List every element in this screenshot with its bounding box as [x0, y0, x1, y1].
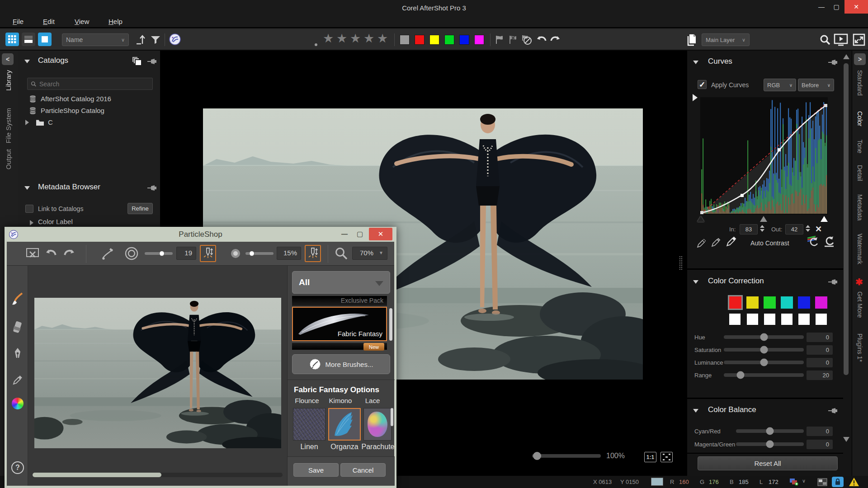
- pin-icon[interactable]: [146, 57, 157, 66]
- cyan-red-handle[interactable]: [766, 427, 774, 435]
- tab-get-more[interactable]: Get More: [856, 291, 863, 318]
- brush-settings-icon[interactable]: [99, 245, 116, 262]
- hue-handle[interactable]: [760, 333, 768, 341]
- opacity-handle[interactable]: [249, 251, 255, 256]
- collapse-left-panel-button[interactable]: <: [2, 53, 14, 65]
- option-parachute[interactable]: Parachute: [361, 443, 395, 451]
- label-swatch-magenta[interactable]: [474, 35, 484, 45]
- cc-swatch-white[interactable]: [764, 314, 775, 325]
- brush-list-scrollbar[interactable]: [389, 308, 392, 341]
- scroll-down-arrow[interactable]: [843, 437, 849, 442]
- slideshow-button[interactable]: [833, 33, 849, 47]
- label-swatch-green[interactable]: [444, 35, 454, 45]
- flag-clear-button[interactable]: [521, 34, 533, 46]
- search-button[interactable]: [818, 33, 832, 47]
- filter-button[interactable]: [149, 33, 162, 46]
- parachute-thumb[interactable]: [363, 408, 392, 441]
- tab-detail[interactable]: Detail: [856, 165, 863, 181]
- viewer-zoom-handle[interactable]: [533, 452, 541, 460]
- option-organza[interactable]: Organza: [326, 443, 363, 451]
- color-profile-button[interactable]: [788, 477, 799, 486]
- opacity-pen-pressure-toggle[interactable]: [305, 245, 321, 262]
- panel-scrollbar-thumb[interactable]: [844, 63, 849, 375]
- save-button[interactable]: Save: [293, 463, 339, 477]
- range-slider[interactable]: [724, 373, 804, 377]
- expand-triangle-icon[interactable]: [30, 220, 33, 225]
- sort-direction-button[interactable]: [133, 33, 147, 47]
- color-wheel-tool[interactable]: [12, 398, 24, 409]
- eyedropper-tool[interactable]: [10, 371, 25, 388]
- no-rating-dot[interactable]: [315, 43, 317, 46]
- gray-point-marker[interactable]: [760, 216, 767, 222]
- warning-icon[interactable]: [848, 477, 860, 487]
- maximize-button[interactable]: ▢: [830, 0, 843, 14]
- menu-help[interactable]: Help: [108, 18, 123, 25]
- color-label-item[interactable]: Color Label: [38, 218, 73, 225]
- single-view-button[interactable]: [38, 33, 52, 46]
- organza-thumb-selected[interactable]: [328, 408, 361, 441]
- pin-icon[interactable]: [827, 277, 838, 286]
- brush-item-partial[interactable]: Exclusive Pack: [292, 296, 387, 306]
- tab-file-system[interactable]: File System: [5, 108, 12, 143]
- tab-watermark[interactable]: Watermark: [856, 234, 863, 264]
- black-eyedropper[interactable]: [695, 237, 708, 249]
- dialog-minimize-button[interactable]: —: [338, 228, 351, 240]
- cc-swatch-green[interactable]: [764, 296, 776, 309]
- thumbnail-view-button[interactable]: [5, 33, 19, 46]
- magenta-green-handle[interactable]: [766, 441, 774, 448]
- saturation-handle[interactable]: [760, 346, 768, 354]
- reset-all-button[interactable]: Reset All: [698, 456, 838, 470]
- opacity-slider[interactable]: [245, 252, 274, 255]
- delete-point-icon[interactable]: ✕: [815, 224, 822, 234]
- proof-view-button[interactable]: [816, 477, 828, 487]
- eraser-tool[interactable]: [10, 319, 25, 335]
- more-brushes-button[interactable]: More Brushes...: [292, 354, 390, 374]
- curves-channel-dropdown[interactable]: RGB∨: [764, 79, 796, 91]
- chevron-down-icon[interactable]: ∨: [802, 478, 806, 484]
- cancel-button[interactable]: Cancel: [340, 463, 386, 477]
- brush-item-partial[interactable]: New: [292, 343, 387, 350]
- catalog-item[interactable]: C: [48, 118, 53, 126]
- dialog-canvas[interactable]: [28, 266, 287, 486]
- undo-button[interactable]: [535, 33, 548, 46]
- brush-category-dropdown[interactable]: All: [292, 271, 390, 294]
- star-icon[interactable]: ★: [323, 32, 334, 45]
- brush-size-value[interactable]: 19: [176, 247, 196, 260]
- cc-swatch-white[interactable]: [729, 314, 741, 325]
- option-linen[interactable]: Linen: [291, 443, 327, 451]
- range-handle[interactable]: [737, 371, 745, 379]
- label-swatch-blue[interactable]: [459, 35, 469, 45]
- menu-file[interactable]: File: [13, 18, 24, 25]
- collapse-triangle-icon[interactable]: [693, 61, 698, 64]
- out-value[interactable]: 42: [785, 224, 803, 235]
- star-icon[interactable]: ★: [336, 32, 347, 45]
- filmstrip-view-button[interactable]: [22, 33, 35, 46]
- option-flounce[interactable]: Flounce: [291, 397, 323, 404]
- reset-rgb-curve-button[interactable]: [806, 235, 820, 249]
- star-icon[interactable]: ★: [350, 32, 361, 45]
- saturation-slider[interactable]: [724, 348, 804, 352]
- out-stepper[interactable]: [806, 225, 810, 232]
- opacity-value[interactable]: 15%: [277, 247, 301, 260]
- menu-edit[interactable]: Edit: [43, 18, 55, 25]
- collapse-triangle-icon[interactable]: [693, 280, 698, 284]
- size-pen-pressure-toggle[interactable]: [200, 245, 216, 262]
- brush-tool[interactable]: [10, 291, 25, 307]
- menu-view[interactable]: View: [75, 18, 89, 25]
- dialog-redo-button[interactable]: [62, 246, 76, 261]
- viewer-zoom-slider[interactable]: [532, 454, 601, 458]
- brush-item-selected[interactable]: Fabric Fantasy: [292, 307, 387, 341]
- catalog-search[interactable]: [27, 78, 153, 90]
- option-lace[interactable]: Lace: [359, 397, 386, 404]
- catalog-item[interactable]: AfterShot Catalog 2016: [41, 95, 111, 103]
- collapse-triangle-icon[interactable]: [693, 409, 698, 413]
- canvas-h-scrollbar[interactable]: [33, 473, 283, 477]
- catalog-item[interactable]: ParticleShop Catalog: [41, 107, 104, 114]
- lock-button[interactable]: [832, 477, 844, 487]
- scroll-up-arrow[interactable]: [843, 54, 849, 59]
- pin-icon[interactable]: [146, 183, 157, 192]
- cc-swatch-blue[interactable]: [798, 296, 810, 309]
- star-icon[interactable]: ★: [377, 32, 388, 45]
- panel-resize-handle[interactable]: [679, 256, 680, 270]
- zoom-value-dropdown[interactable]: 70% ▼: [352, 247, 387, 260]
